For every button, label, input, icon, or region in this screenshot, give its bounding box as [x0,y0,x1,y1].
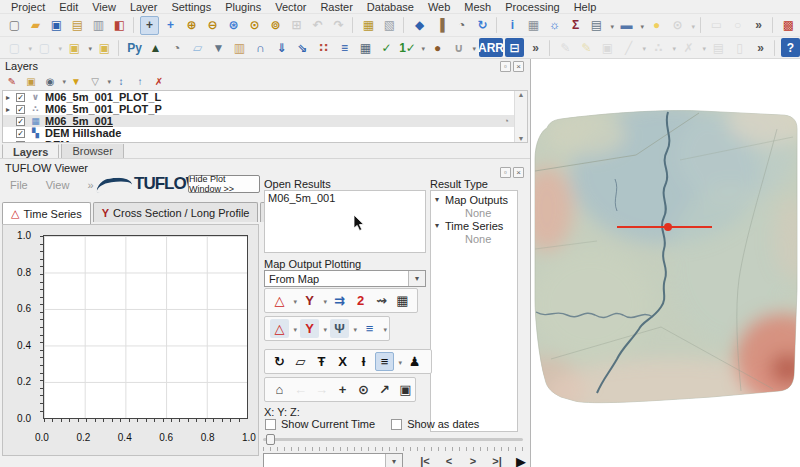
tuflow-run-check-icon[interactable]: ✓ [377,38,396,57]
timeseries-plot-icon[interactable]: △ [270,291,289,310]
select-by-form-icon[interactable]: ▣ [65,38,84,57]
chevron-down-icon[interactable]: ▾ [408,271,425,286]
chevron-down-icon[interactable]: ▾ [385,454,402,467]
tab-cross-section[interactable]: Y Cross Section / Long Profile [93,202,259,222]
add-group-icon[interactable]: ▣ [23,74,39,89]
deselect-features-icon[interactable]: ▢ [35,38,54,57]
separator[interactable] [133,17,134,33]
tuflow-list-icon[interactable]: ≡ [335,38,354,57]
checkbox-box[interactable] [265,419,276,430]
web-tool-icon-1[interactable]: ▭ [707,16,726,35]
zoom-out-icon[interactable]: ⊖ [203,16,222,35]
zoom-next-icon[interactable]: ↷ [329,16,348,35]
mesh-grid-icon[interactable]: ▦ [393,291,412,310]
last-frame-button[interactable]: >| [487,452,507,467]
show-bookmarks-icon[interactable]: ▐ [431,16,450,35]
pit-channel-icon[interactable]: Ŧ [312,352,331,371]
open-project-icon[interactable]: ▰ [26,16,45,35]
tuflow-import-icon[interactable]: ⇘ [293,38,312,57]
add-feature-icon[interactable]: ╱ [619,38,638,57]
search-icon[interactable]: ⊙ [668,16,687,35]
layer-visibility-checkbox[interactable]: ✓ [16,105,25,114]
menu-database[interactable]: Database [360,1,421,13]
vertex-tool-icon[interactable]: ∴ [649,38,668,57]
statistics-icon[interactable]: Σ [566,16,585,35]
layer-notes-icon[interactable]: ▤ [709,38,728,57]
web-tool-icon-2[interactable]: ○ [728,16,747,35]
plot-axes[interactable] [43,235,248,419]
trash-icon[interactable]: ▯ [730,38,749,57]
plot-save-icon[interactable]: ▣ [396,380,415,399]
identify-features-icon[interactable]: i [503,16,522,35]
menu-layer[interactable]: Layer [123,1,165,13]
first-frame-button[interactable]: |< [415,452,435,467]
menu-plugins[interactable]: Plugins [218,1,268,13]
manage-themes-icon[interactable]: ◉ [42,74,58,89]
flux-cursor-icon[interactable]: ⇝ [372,291,391,310]
pan-to-selection-icon[interactable]: + [161,16,180,35]
panel-close-button[interactable]: × [513,61,524,72]
data-source-manager-icon[interactable]: ▩ [779,16,798,35]
panel-close-button[interactable]: × [513,167,524,178]
tuflow-platypus-icon[interactable]: ● [428,38,447,57]
layout-manager-icon[interactable]: ▥ [89,16,108,35]
tuflow-paperclip-icon[interactable]: ∪ [449,38,468,57]
map-output-plotting-dropdown[interactable]: From Map ▾ [264,270,426,287]
time-slider[interactable] [263,433,523,445]
menu-raster[interactable]: Raster [313,1,359,13]
plot-back-icon[interactable]: ← [291,380,310,399]
cross-section-plot-icon[interactable]: Y [300,291,319,310]
refresh-plot-icon[interactable]: ↻ [270,352,289,371]
toolbar-overflow-icon[interactable]: » [749,16,768,35]
save-edits-icon[interactable]: ▣ [598,38,617,57]
open-table-icon[interactable]: ▤ [587,16,606,35]
tree-expander-icon[interactable]: ▾ [435,195,445,204]
legend-toggle-icon[interactable]: ≡ [375,352,394,371]
tree-map-outputs[interactable]: ▾ Map Outputs [431,193,517,206]
layer-row-dem[interactable]: ✓ ▦ DEM [3,139,527,143]
tuflow-terrain-icon[interactable]: ▲ [146,38,165,57]
select-features-icon[interactable]: ▢ [5,38,24,57]
layer-visibility-checkbox[interactable]: ✓ [16,129,25,138]
layers-scrollbar[interactable]: ▲ ▼ [514,91,527,142]
show-as-dates-checkbox[interactable]: Show as dates [391,418,479,430]
x-axis-limits-icon[interactable]: X [333,352,352,371]
collapse-all-icon[interactable]: ↑ [132,74,148,89]
slider-handle[interactable] [266,434,275,445]
play-button[interactable]: ▶ [511,452,531,467]
zoom-native-icon[interactable]: ⊞ [287,16,306,35]
temporal-controller-icon[interactable]: ◔ [452,16,471,35]
tree-expander-icon[interactable]: ▾ [435,221,445,230]
layer-row-mesh[interactable]: ✓ ▦ M06_5m_001 ◔ [3,115,527,127]
open-results-list[interactable]: M06_5m_001 [264,190,426,253]
delete-selected-icon[interactable]: ✗ [679,38,698,57]
layer-visibility-checkbox[interactable]: ✓ [16,141,25,144]
new-map-view-icon[interactable]: ▦ [359,16,378,35]
tuflow-image-icon[interactable]: ▦ [356,38,375,57]
new-print-layout-icon[interactable]: ▤ [68,16,87,35]
separator[interactable] [772,17,773,33]
layer-visibility-checkbox[interactable]: ✓ [16,93,25,102]
toggle-editing-icon[interactable]: ✎ [577,38,596,57]
hide-plot-window-button[interactable]: Hide Plot Window >> [188,175,260,193]
tuflow-box-icon[interactable]: ▥ [230,38,249,57]
menu-help[interactable]: Help [567,1,604,13]
help-icon[interactable]: ? [781,38,800,57]
new-bookmark-icon[interactable]: ◆ [410,16,429,35]
time-combobox[interactable]: ▾ [263,453,403,467]
tuflow-download-icon[interactable]: ⇓ [272,38,291,57]
map-tips-icon[interactable]: ● [647,16,666,35]
separator[interactable] [774,40,775,56]
user-plot-data-icon[interactable]: ♟ [405,352,424,371]
menu-vector[interactable]: Vector [268,1,313,13]
result-item[interactable]: M06_5m_001 [265,191,425,205]
menu-edit[interactable]: Edit [52,1,85,13]
toolbar-overflow-icon-3[interactable]: » [526,38,545,57]
map-depth-plot-icon[interactable]: Ψ [330,319,349,338]
clear-plot-icon[interactable]: ▱ [291,352,310,371]
previous-frame-button[interactable]: < [439,452,459,467]
filter-expression-icon[interactable]: ▽ [87,74,103,89]
map-timeseries-plot-icon[interactable]: △ [270,319,289,338]
expand-all-icon[interactable]: ↕ [113,74,129,89]
tuflow-shield-icon[interactable]: ▼ [209,38,228,57]
